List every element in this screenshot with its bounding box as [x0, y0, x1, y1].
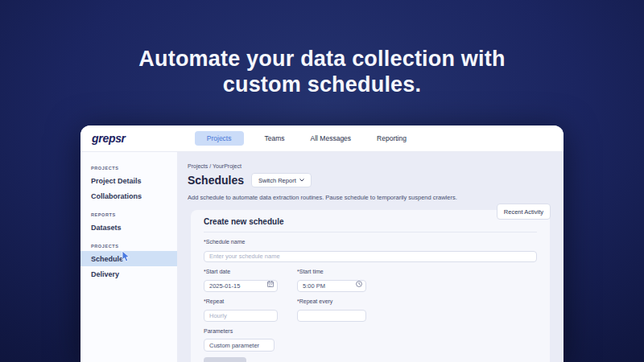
start-date-label: *Start date: [204, 269, 278, 274]
parameters-input[interactable]: [204, 339, 275, 352]
repeat-input[interactable]: [204, 310, 278, 322]
chevron-down-icon: [299, 179, 304, 182]
start-time-label: *Start time: [297, 269, 366, 274]
top-nav: Projects Teams All Messages Reporting: [195, 131, 411, 146]
schedule-name-label: *Schedule name: [204, 239, 537, 245]
marketing-canvas: Automate your data collection with custo…: [0, 0, 644, 362]
repeat-every-label: *Repeat every: [297, 298, 366, 304]
sidebar-section-projects-2: PROJECTS: [80, 244, 177, 249]
app-header: grepsr Projects Teams All Messages Repor…: [80, 125, 564, 152]
breadcrumb: Projects / YourProject: [188, 163, 551, 169]
date-time-labels: *Start date *Start time: [204, 262, 537, 277]
create-schedule-card: Create new schedule *Schedule name *Star…: [191, 210, 550, 362]
nav-tab-projects[interactable]: Projects: [195, 131, 244, 146]
page-description: Add schedule to automate data extraction…: [188, 194, 551, 201]
calendar-icon[interactable]: [267, 281, 274, 287]
recent-activity-button[interactable]: Recent Activity: [497, 204, 551, 220]
nav-tab-reporting[interactable]: Reporting: [372, 131, 411, 146]
hero-headline-line1: Automate your data collection with: [0, 46, 644, 72]
grepsr-logo: grepsr: [92, 132, 126, 145]
sidebar-item-collaborations[interactable]: Collaborations: [80, 188, 177, 204]
repeat-row: [204, 306, 537, 322]
date-time-row: [204, 277, 537, 292]
sidebar-item-datasets[interactable]: Datasets: [80, 220, 177, 235]
schedule-name-input[interactable]: [204, 251, 537, 262]
sidebar-section-projects: PROJECTS: [80, 166, 177, 171]
repeat-labels: *Repeat *Repeat every: [204, 292, 537, 306]
clock-icon[interactable]: [356, 281, 362, 287]
title-row: Schedules Switch Report: [188, 173, 551, 187]
repeat-label: *Repeat: [204, 298, 278, 304]
sidebar-item-project-details[interactable]: Project Details: [80, 173, 177, 188]
schedule-submit-button[interactable]: Schedule: [204, 357, 246, 362]
sidebar: PROJECTS Project Details Collaborations …: [80, 152, 177, 362]
cursor-pointer-icon: [122, 251, 130, 262]
parameters-label: Parameters: [204, 328, 537, 334]
page-title: Schedules: [188, 174, 244, 187]
hero-headline: Automate your data collection with custo…: [0, 46, 644, 97]
app-body: PROJECTS Project Details Collaborations …: [80, 152, 564, 362]
switch-report-button[interactable]: Switch Report: [251, 173, 312, 187]
switch-report-label: Switch Report: [258, 177, 296, 184]
sidebar-section-reports: REPORTS: [80, 212, 177, 217]
app-window: grepsr Projects Teams All Messages Repor…: [80, 125, 564, 362]
hero-headline-line2: custom schedules.: [0, 72, 644, 97]
card-title: Create new schedule: [204, 217, 537, 232]
repeat-every-input[interactable]: [297, 310, 366, 322]
nav-tab-all-messages[interactable]: All Messages: [306, 131, 357, 146]
main-content: Projects / YourProject Schedules Switch …: [177, 152, 564, 362]
nav-tab-teams[interactable]: Teams: [260, 131, 290, 146]
sidebar-item-delivery[interactable]: Delivery: [80, 266, 177, 282]
